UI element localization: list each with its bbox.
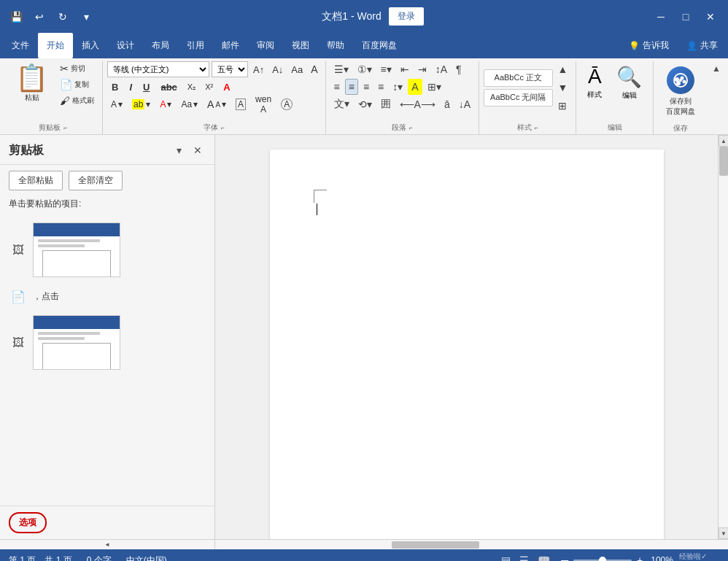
font-size-aa-btn[interactable]: Aa ▾ <box>177 96 201 112</box>
styles-expand-icon[interactable]: ⌐ <box>535 124 538 131</box>
options-button[interactable]: 选项 <box>9 512 47 533</box>
paragraph-expand-icon[interactable]: ⌐ <box>409 124 413 131</box>
font-expand-icon[interactable]: ⌐ <box>221 124 225 131</box>
menu-item-design[interactable]: 设计 <box>108 33 143 58</box>
shading-button[interactable]: A <box>408 79 422 95</box>
ruby-text-btn[interactable]: ā <box>441 96 454 112</box>
menu-item-mailings[interactable]: 邮件 <box>213 33 248 58</box>
styles-expand[interactable]: ⊞ <box>554 98 572 114</box>
close-button[interactable]: ✕ <box>699 7 722 27</box>
decrease-indent-button[interactable]: ⇤ <box>397 61 413 77</box>
undo-quick-btn[interactable]: ↩ <box>29 7 50 27</box>
minimize-button[interactable]: ─ <box>649 7 673 27</box>
borders-button[interactable]: ⊞▾ <box>424 79 445 95</box>
styles-scroll-down[interactable]: ▼ <box>554 80 572 96</box>
line-spacing-button[interactable]: ↕▾ <box>389 79 406 95</box>
format-painter-button[interactable]: 🖌 格式刷 <box>56 93 98 108</box>
redo-quick-btn[interactable]: ↻ <box>53 7 73 27</box>
style-nosp-btn[interactable]: AaBbCc 无间隔 <box>484 89 552 107</box>
show-marks-button[interactable]: ¶ <box>452 61 465 77</box>
clipboard-item-3[interactable]: 🖼 <box>6 312 209 374</box>
vertical-scrollbar[interactable]: ▲ ▼ <box>718 135 728 539</box>
align-center-button[interactable]: ≡ <box>345 79 358 95</box>
h-scroll-thumb[interactable] <box>392 541 479 549</box>
menu-item-references[interactable]: 引用 <box>178 33 213 58</box>
scroll-thumb-v[interactable] <box>719 147 728 176</box>
menu-item-layout[interactable]: 布局 <box>143 33 178 58</box>
panel-pin-btn[interactable]: ▾ <box>171 142 187 158</box>
find-button[interactable]: 🔍 编辑 <box>610 61 648 104</box>
zoom-in-btn[interactable]: + <box>635 554 645 561</box>
font-size-increase-btn[interactable]: A↑ <box>250 61 267 77</box>
font-color-button[interactable]: A ▾ <box>107 96 126 112</box>
document-scroll-area[interactable] <box>215 135 718 539</box>
ribbon-collapse-btn[interactable]: ▲ <box>708 61 725 76</box>
numbering-button[interactable]: ①▾ <box>354 61 376 77</box>
text-direction-btn[interactable]: ⟲▾ <box>355 96 376 112</box>
font-case-btn[interactable]: A <box>308 61 320 77</box>
clipboard-item-1[interactable]: 🖼 <box>6 219 209 281</box>
menu-item-review[interactable]: 审阅 <box>248 33 283 58</box>
style-normal-btn[interactable]: AaBbCc 正文 <box>484 69 552 87</box>
widen-narrow-btn[interactable]: ⟵A⟶ <box>396 96 439 112</box>
scroll-up-btn[interactable]: ▲ <box>719 135 728 147</box>
tell-me-item[interactable]: 💡 告诉我 <box>621 39 676 52</box>
clipboard-item-2[interactable]: 📄 ，点击 <box>6 284 209 309</box>
italic-button[interactable]: I <box>125 79 136 95</box>
chinese-layout-btn[interactable]: 文▾ <box>330 96 353 112</box>
increase-indent-button[interactable]: ⇥ <box>414 61 430 77</box>
view-reader[interactable]: 📖 <box>535 553 553 561</box>
font-bigsml-btn[interactable]: A A ▾ <box>204 96 230 112</box>
styles-button[interactable]: Ā 样式 <box>581 61 608 104</box>
justify-button[interactable]: ≡ <box>374 79 387 95</box>
copy-button[interactable]: 📄 复制 <box>56 77 98 92</box>
clipboard-expand-icon[interactable]: ⌐ <box>63 124 67 131</box>
highlight-button[interactable]: A <box>219 79 234 95</box>
sort-button[interactable]: ↕A <box>432 61 451 77</box>
view-print-layout[interactable]: ▤ <box>498 553 514 561</box>
phonetic-btn[interactable]: wenA <box>252 96 275 112</box>
underline-button[interactable]: U <box>139 79 154 95</box>
multilevel-button[interactable]: ≡▾ <box>377 61 395 77</box>
bullets-button[interactable]: ☰▾ <box>330 61 352 77</box>
align-left-button[interactable]: ≡ <box>330 79 344 95</box>
menu-item-baidu[interactable]: 百度网盘 <box>353 33 406 58</box>
font-family-select[interactable]: 等线 (中文正文) <box>107 61 209 77</box>
font-size-select[interactable]: 五号 <box>212 61 248 77</box>
menu-item-help[interactable]: 帮助 <box>318 33 353 58</box>
align-right-button[interactable]: ≡ <box>360 79 373 95</box>
menu-item-file[interactable]: 文件 <box>3 33 38 58</box>
bold-button[interactable]: B <box>107 79 123 95</box>
h-scroll-left-btn[interactable]: ◄ <box>102 541 112 548</box>
view-web-layout[interactable]: ☰ <box>516 553 532 561</box>
scroll-track-v[interactable] <box>719 147 728 527</box>
encircle-btn[interactable]: A <box>277 96 296 112</box>
zoom-out-btn[interactable]: ─ <box>559 554 570 561</box>
font-color2-button[interactable]: A ▾ <box>156 96 175 112</box>
h-scroll-mid[interactable] <box>215 540 718 549</box>
menu-item-insert[interactable]: 插入 <box>73 33 108 58</box>
combine-chars-btn[interactable]: 囲 <box>377 96 395 112</box>
share-item[interactable]: 👤 共享 <box>679 39 725 52</box>
superscript-button[interactable]: X² <box>201 79 217 95</box>
customize-quick-btn[interactable]: ▾ <box>76 7 96 27</box>
highlight-color-button[interactable]: ab ▾ <box>128 96 154 112</box>
paste-all-button[interactable]: 全部粘贴 <box>9 171 63 190</box>
panel-close-btn[interactable]: ✕ <box>190 142 206 158</box>
clear-format-btn[interactable]: Aa <box>288 61 306 77</box>
maximize-button[interactable]: □ <box>674 7 697 27</box>
strikethrough-button[interactable]: abc <box>156 79 181 95</box>
cut-button[interactable]: ✂ 剪切 <box>56 61 98 76</box>
zoom-slider-thumb[interactable] <box>599 557 606 562</box>
clear-all-button[interactable]: 全部清空 <box>69 171 123 190</box>
styles-scroll-up[interactable]: ▲ <box>554 61 572 77</box>
save-quick-btn[interactable]: 💾 <box>6 7 26 27</box>
font-size-decrease-btn[interactable]: A↓ <box>269 61 286 77</box>
paste-button[interactable]: 📋 粘贴 <box>9 61 55 107</box>
drop-cap-btn[interactable]: ↓A <box>455 96 474 112</box>
scroll-down-btn[interactable]: ▼ <box>719 527 728 539</box>
menu-item-home[interactable]: 开始 <box>38 33 73 58</box>
login-button[interactable]: 登录 <box>389 7 424 26</box>
subscript-button[interactable]: X₂ <box>184 79 199 95</box>
menu-item-view[interactable]: 视图 <box>283 33 318 58</box>
